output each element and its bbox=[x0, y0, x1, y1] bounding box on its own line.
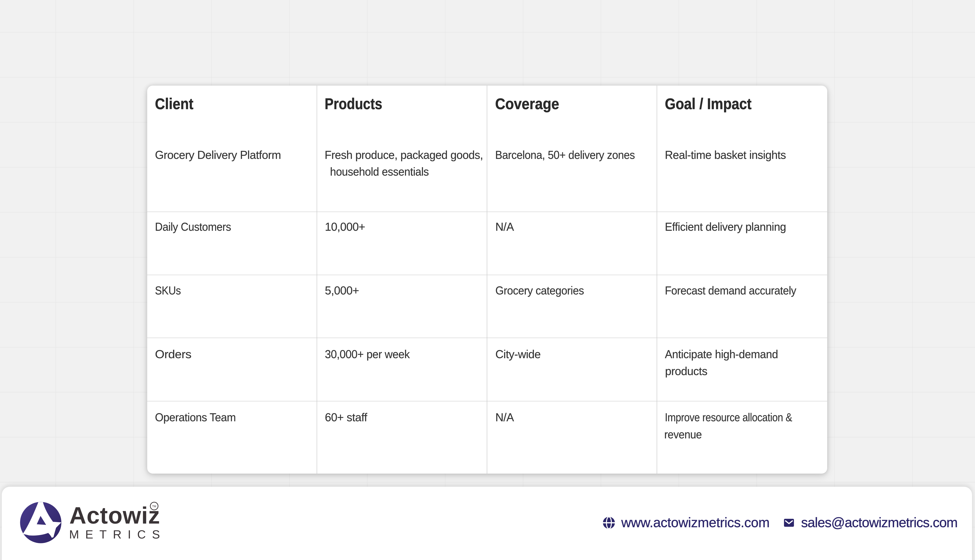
svg-text:TM: TM bbox=[152, 505, 156, 508]
